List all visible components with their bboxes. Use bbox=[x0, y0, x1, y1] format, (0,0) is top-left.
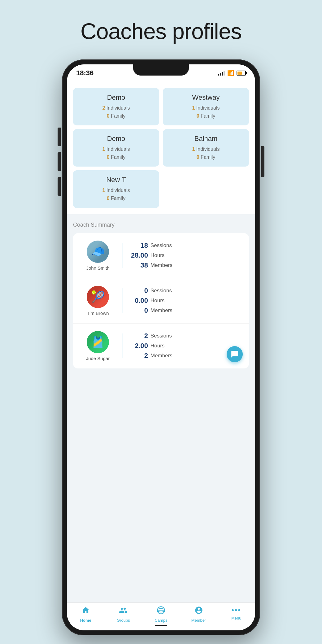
chat-fab-button[interactable] bbox=[227, 346, 243, 362]
nav-item-camps[interactable]: Camps bbox=[142, 606, 180, 626]
coach-left-tim: 🎾 Tim Brown bbox=[79, 286, 116, 316]
divider-tim bbox=[123, 288, 123, 313]
group-card-demo2[interactable]: Demo 1 Individuals 0 Family bbox=[73, 129, 159, 167]
groups-section: Demo 2 Individuals 0 Family Westway 1 In… bbox=[67, 82, 255, 214]
nav-item-menu[interactable]: ••• Menu bbox=[217, 606, 255, 620]
nav-item-groups[interactable]: Groups bbox=[105, 606, 142, 623]
phone-shell: 18:36 📶 Demo bbox=[62, 59, 260, 635]
hours-num-jude: 2.00 bbox=[129, 342, 148, 350]
group-name-westway: Westway bbox=[167, 94, 245, 102]
members-num-jude: 2 bbox=[129, 352, 148, 360]
coach-name-john: John Smith bbox=[86, 265, 109, 271]
group-stat-demo2: 1 Individuals bbox=[77, 145, 155, 153]
nav-label-menu: Menu bbox=[231, 616, 242, 620]
page-title: Coaches profiles bbox=[80, 19, 242, 44]
group-family-demo2: 0 Family bbox=[77, 153, 155, 161]
coach-row-john: 🧢 John Smith 18 Sessions 28.00 bbox=[73, 233, 249, 278]
coach-row-tim: 🎾 Tim Brown 0 Sessions 0.00 bbox=[73, 278, 249, 324]
nav-indicator bbox=[155, 625, 167, 626]
group-card-newt[interactable]: New T 1 Individuals 0 Family bbox=[73, 170, 159, 208]
nav-label-member: Member bbox=[191, 618, 206, 623]
coach-stats-tim: 0 Sessions 0.00 Hours 0 Members bbox=[129, 287, 243, 315]
sessions-num-tim: 0 bbox=[129, 287, 148, 295]
sessions-num-john: 18 bbox=[129, 242, 148, 250]
nav-label-camps: Camps bbox=[154, 618, 167, 623]
members-label-jude: Members bbox=[150, 353, 172, 359]
coach-row-jude: 🎽 Jude Sugar 2 Sessions 2.00 bbox=[73, 324, 249, 368]
group-name-demo1: Demo bbox=[77, 94, 155, 102]
battery-icon bbox=[237, 71, 246, 76]
hours-label-jude: Hours bbox=[150, 343, 164, 349]
phone-screen: 18:36 📶 Demo bbox=[67, 64, 255, 630]
summary-card: 🧢 John Smith 18 Sessions 28.00 bbox=[73, 233, 249, 368]
hours-num-tim: 0.00 bbox=[129, 297, 148, 305]
notch bbox=[133, 64, 189, 76]
group-family-demo1: 0 Family bbox=[77, 112, 155, 120]
group-stat-balham: 1 Individuals bbox=[167, 145, 245, 153]
group-name-newt: New T bbox=[77, 176, 155, 184]
nav-item-member[interactable]: Member bbox=[180, 606, 218, 623]
members-row-jude: 2 Members bbox=[129, 352, 243, 360]
nav-label-groups: Groups bbox=[117, 618, 130, 623]
sessions-row-tim: 0 Sessions bbox=[129, 287, 243, 295]
nav-label-home: Home bbox=[80, 618, 91, 623]
camps-icon bbox=[157, 606, 165, 617]
divider-jude bbox=[123, 333, 123, 358]
coach-stats-jude: 2 Sessions 2.00 Hours 2 Members bbox=[129, 332, 243, 360]
coach-left-john: 🧢 John Smith bbox=[79, 241, 116, 271]
group-stat-demo1: 2 Individuals bbox=[77, 104, 155, 112]
avatar-john: 🧢 bbox=[87, 241, 109, 263]
groups-icon bbox=[119, 606, 128, 617]
sessions-row-jude: 2 Sessions bbox=[129, 332, 243, 340]
group-stat-westway: 1 Individuals bbox=[167, 104, 245, 112]
group-card-balham[interactable]: Balham 1 Individuals 0 Family bbox=[163, 129, 249, 167]
group-card-demo1[interactable]: Demo 2 Individuals 0 Family bbox=[73, 88, 159, 125]
hours-row-tim: 0.00 Hours bbox=[129, 297, 243, 305]
status-icons: 📶 bbox=[218, 70, 246, 76]
coach-stats-john: 18 Sessions 28.00 Hours 38 Members bbox=[129, 242, 243, 269]
group-family-newt: 0 Family bbox=[77, 194, 155, 202]
wifi-icon: 📶 bbox=[227, 70, 234, 76]
hours-label-tim: Hours bbox=[150, 298, 164, 304]
members-num-tim: 0 bbox=[129, 307, 148, 315]
sessions-label-tim: Sessions bbox=[150, 288, 172, 294]
bottom-nav: Home Groups Camps bbox=[67, 603, 255, 630]
members-row-tim: 0 Members bbox=[129, 307, 243, 315]
content-scroll[interactable]: Demo 2 Individuals 0 Family Westway 1 In… bbox=[67, 82, 255, 603]
summary-section: Coach Summary 🧢 John Smith bbox=[67, 214, 255, 368]
members-row-john: 38 Members bbox=[129, 261, 243, 269]
status-time: 18:36 bbox=[76, 69, 94, 77]
sessions-num-jude: 2 bbox=[129, 332, 148, 340]
groups-grid: Demo 2 Individuals 0 Family Westway 1 In… bbox=[73, 88, 249, 208]
hours-label-john: Hours bbox=[150, 252, 164, 259]
group-name-balham: Balham bbox=[167, 135, 245, 143]
members-num-john: 38 bbox=[129, 261, 148, 269]
group-family-westway: 0 Family bbox=[167, 112, 245, 120]
coach-left-jude: 🎽 Jude Sugar bbox=[79, 331, 116, 361]
avatar-jude: 🎽 bbox=[87, 331, 109, 353]
coach-name-tim: Tim Brown bbox=[87, 311, 109, 316]
summary-label: Coach Summary bbox=[73, 222, 249, 228]
sessions-row-john: 18 Sessions bbox=[129, 242, 243, 250]
home-icon bbox=[81, 606, 90, 617]
member-icon bbox=[194, 606, 203, 617]
hours-row-john: 28.00 Hours bbox=[129, 251, 243, 259]
avatar-tim: 🎾 bbox=[87, 286, 109, 308]
nav-item-home[interactable]: Home bbox=[67, 606, 105, 623]
divider-john bbox=[123, 243, 123, 268]
group-name-demo2: Demo bbox=[77, 135, 155, 143]
members-label-john: Members bbox=[150, 262, 172, 268]
hours-num-john: 28.00 bbox=[129, 251, 148, 259]
coach-name-jude: Jude Sugar bbox=[86, 356, 110, 361]
members-label-tim: Members bbox=[150, 307, 172, 314]
group-family-balham: 0 Family bbox=[167, 153, 245, 161]
menu-icon: ••• bbox=[232, 606, 241, 615]
group-stat-newt: 1 Individuals bbox=[77, 186, 155, 194]
group-card-westway[interactable]: Westway 1 Individuals 0 Family bbox=[163, 88, 249, 125]
sessions-label-jude: Sessions bbox=[150, 333, 172, 339]
signal-icon bbox=[218, 71, 225, 76]
hours-row-jude: 2.00 Hours bbox=[129, 342, 243, 350]
sessions-label-john: Sessions bbox=[150, 242, 172, 249]
